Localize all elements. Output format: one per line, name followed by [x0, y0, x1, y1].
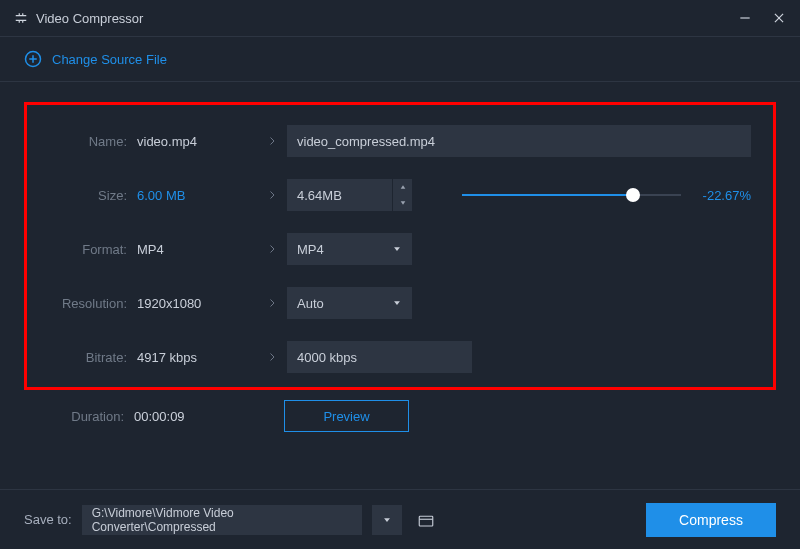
change-source-label: Change Source File	[52, 52, 167, 67]
label-bitrate: Bitrate:	[49, 350, 127, 365]
resolution-select-value: Auto	[297, 296, 324, 311]
row-name: Name: video.mp4	[49, 125, 751, 157]
preview-button[interactable]: Preview	[284, 400, 409, 432]
caret-down-icon	[392, 244, 402, 254]
open-folder-button[interactable]	[412, 506, 440, 534]
size-slider[interactable]	[462, 188, 681, 202]
original-name: video.mp4	[137, 134, 257, 149]
row-format: Format: MP4 MP4	[49, 233, 751, 265]
titlebar: Video Compressor	[0, 0, 800, 36]
slider-thumb[interactable]	[626, 188, 640, 202]
resolution-select[interactable]: Auto	[287, 287, 412, 319]
settings-panel: Name: video.mp4 Size: 6.00 MB	[24, 102, 776, 390]
stepper-up[interactable]	[393, 179, 412, 195]
svg-marker-9	[394, 301, 400, 305]
change-source-row[interactable]: Change Source File	[0, 36, 800, 82]
size-percent: -22.67%	[691, 188, 751, 203]
save-path-dropdown[interactable]	[372, 505, 402, 535]
label-resolution: Resolution:	[49, 296, 127, 311]
window-title: Video Compressor	[36, 11, 143, 26]
chevron-right-icon	[257, 135, 287, 147]
svg-marker-8	[394, 247, 400, 251]
minimize-button[interactable]	[738, 11, 752, 25]
save-path-display[interactable]: G:\Vidmore\Vidmore Video Converter\Compr…	[82, 505, 362, 535]
label-format: Format:	[49, 242, 127, 257]
format-select[interactable]: MP4	[287, 233, 412, 265]
output-bitrate-input[interactable]	[287, 341, 472, 373]
original-format: MP4	[137, 242, 257, 257]
row-size: Size: 6.00 MB -22.67%	[49, 179, 751, 211]
chevron-right-icon	[257, 243, 287, 255]
stepper-down[interactable]	[393, 195, 412, 211]
caret-down-icon	[392, 298, 402, 308]
chevron-right-icon	[257, 189, 287, 201]
close-button[interactable]	[772, 11, 786, 25]
main-area: Name: video.mp4 Size: 6.00 MB	[0, 82, 800, 489]
svg-marker-10	[384, 518, 390, 522]
format-select-value: MP4	[297, 242, 324, 257]
folder-icon	[417, 511, 435, 529]
original-bitrate: 4917 kbps	[137, 350, 257, 365]
row-resolution: Resolution: 1920x1080 Auto	[49, 287, 751, 319]
svg-marker-6	[400, 185, 405, 188]
original-size: 6.00 MB	[137, 188, 257, 203]
label-size: Size:	[49, 188, 127, 203]
bottom-bar: Save to: G:\Vidmore\Vidmore Video Conver…	[0, 489, 800, 549]
size-slider-wrap: -22.67%	[412, 188, 751, 203]
row-bitrate: Bitrate: 4917 kbps	[49, 341, 751, 373]
row-duration: Duration: 00:00:09 Preview	[24, 390, 776, 422]
compress-button[interactable]: Compress	[646, 503, 776, 537]
svg-marker-7	[400, 201, 405, 204]
save-to-label: Save to:	[24, 512, 72, 527]
output-size-input[interactable]	[287, 179, 392, 211]
chevron-right-icon	[257, 351, 287, 363]
output-name-input[interactable]	[287, 125, 751, 157]
label-name: Name:	[49, 134, 127, 149]
window: Video Compressor Change Source File Name…	[0, 0, 800, 549]
size-stepper[interactable]	[392, 179, 412, 211]
plus-circle-icon	[24, 50, 42, 68]
caret-down-icon	[382, 515, 392, 525]
chevron-right-icon	[257, 297, 287, 309]
app-icon	[14, 11, 28, 25]
label-duration: Duration:	[46, 409, 124, 424]
svg-rect-11	[419, 516, 433, 526]
original-resolution: 1920x1080	[137, 296, 257, 311]
original-duration: 00:00:09	[134, 409, 254, 424]
